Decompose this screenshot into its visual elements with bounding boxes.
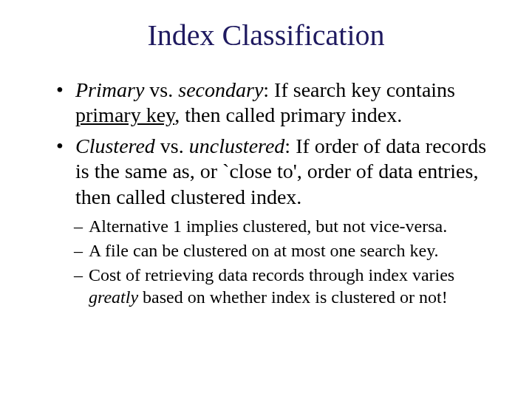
sub-bullet-cost: Cost of retrieving data records through … [74,265,499,308]
sub-bullet-list: Alternative 1 implies clustered, but not… [33,216,499,308]
text: Cost of retrieving data records through … [89,265,454,284]
bullet-list: Primary vs. secondary: If search key con… [33,78,499,210]
sub-bullet-one-key: A file can be clustered on at most one s… [74,240,499,262]
term-unclustered: unclustered [189,134,285,157]
text: : [263,78,274,101]
term-clustered: Clustered [75,134,155,157]
slide: Index Classification Primary vs. seconda… [0,0,532,399]
text: If search key contains [274,78,455,101]
text: , then called primary index. [174,103,402,126]
term-primary: Primary [75,78,144,101]
emph-greatly: greatly [89,287,138,307]
slide-title: Index Classification [33,18,499,52]
text: vs. [155,134,189,157]
sub-bullet-alt1: Alternative 1 implies clustered, but not… [74,216,499,237]
text: : [284,134,296,157]
text: vs. [144,78,178,101]
bullet-clustered-unclustered: Clustered vs. unclustered: If order of d… [56,134,499,209]
text: based on whether index is clustered or n… [138,287,448,307]
bullet-primary-secondary: Primary vs. secondary: If search key con… [56,78,499,128]
term-secondary: secondary [178,78,263,101]
underline-primary-key: primary key [75,103,174,126]
